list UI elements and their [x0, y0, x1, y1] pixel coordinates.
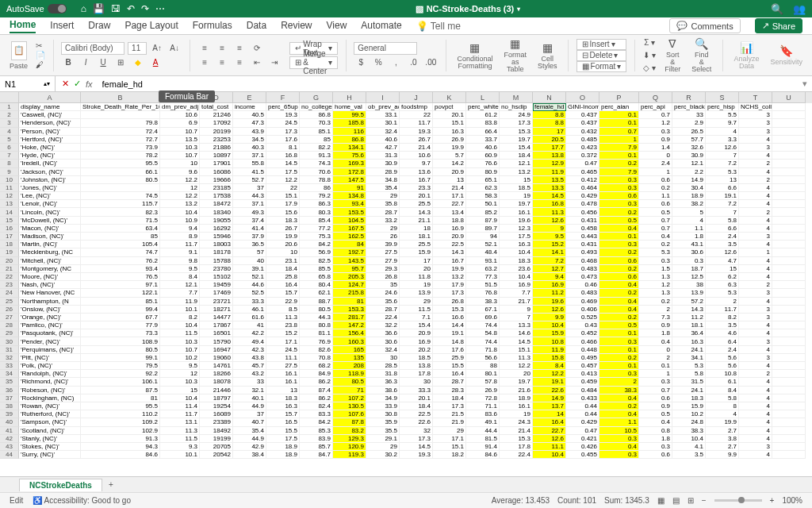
tab-view[interactable]: View [327, 20, 347, 33]
row-header[interactable]: 9 [0, 168, 19, 176]
cell[interactable]: 8.5 [266, 306, 300, 314]
cell[interactable]: 15.5 [266, 427, 300, 435]
cell[interactable]: 8 [706, 402, 739, 410]
cell[interactable]: 7.9 [599, 144, 639, 152]
cell[interactable] [772, 200, 806, 208]
cell[interactable]: 0.3 [599, 451, 639, 459]
cell[interactable]: 12.9 [533, 160, 566, 167]
cell[interactable]: 18178 [200, 248, 233, 256]
cell[interactable]: 38.3 [599, 387, 639, 394]
cell[interactable]: 22 [266, 184, 300, 192]
cell[interactable]: perc_api [639, 103, 672, 111]
cell[interactable]: 22.5 [433, 241, 466, 248]
cell[interactable]: 44.3 [300, 314, 333, 321]
cell[interactable]: 4 [739, 362, 772, 370]
cell[interactable]: 0.3 [639, 378, 672, 386]
cell[interactable] [772, 128, 806, 136]
cell[interactable]: 52.1 [233, 273, 266, 281]
cell[interactable]: 16.7 [433, 257, 466, 265]
cell[interactable]: 13.2 [500, 168, 533, 176]
cell[interactable]: 18492 [200, 427, 233, 435]
cell[interactable]: 2 [639, 354, 672, 362]
cell[interactable]: 83.2 [333, 427, 366, 435]
cell[interactable]: 38.4 [233, 451, 266, 459]
cell[interactable]: 1.2 [639, 119, 672, 127]
cell[interactable]: 3.5 [672, 451, 706, 459]
cell[interactable]: 1.8 [672, 233, 706, 241]
cell[interactable]: 71.8 [466, 346, 500, 354]
cell[interactable]: 4 [706, 410, 739, 418]
cell[interactable]: 10.3 [160, 337, 200, 345]
cell[interactable]: 13.5 [533, 176, 566, 184]
cell[interactable]: 20 [500, 370, 533, 378]
fx-icon[interactable]: fx [86, 79, 93, 89]
cell[interactable]: 1.5 [639, 265, 672, 273]
cell[interactable]: 'Robeson, (NC)' [19, 387, 81, 394]
row-header[interactable]: 21 [0, 265, 19, 273]
cell[interactable]: 41.4 [233, 225, 266, 233]
cell[interactable]: 20.2 [400, 346, 433, 354]
cell[interactable]: 'Rockingham, (NC) [19, 394, 81, 402]
cell[interactable]: 'Northampton, (N [19, 298, 81, 306]
cell[interactable]: 5.7 [433, 152, 466, 160]
cell[interactable] [772, 321, 806, 329]
cell[interactable]: 15.3 [500, 128, 533, 136]
cell[interactable]: 89.7 [466, 225, 500, 233]
cell[interactable]: 2 [639, 306, 672, 314]
cell[interactable]: 24.8 [672, 418, 706, 426]
cell[interactable]: 4 [739, 321, 772, 329]
cell[interactable]: 4 [739, 427, 772, 435]
cell[interactable]: 38.2 [672, 200, 706, 208]
cell[interactable]: 10.4 [533, 321, 566, 329]
cell[interactable]: 84.9 [300, 370, 333, 378]
cell[interactable]: 0.459 [566, 378, 599, 386]
cell[interactable]: 76.5 [81, 273, 160, 281]
cell[interactable]: 0.2 [599, 289, 639, 297]
cell[interactable]: 4 [739, 200, 772, 208]
cell[interactable]: 'Madison, (NC)' [19, 233, 81, 241]
col-header[interactable]: H [333, 92, 366, 103]
cell[interactable]: 17 [533, 128, 566, 136]
cell[interactable]: 22.5 [400, 410, 433, 418]
cell[interactable]: 'Pasquotank, (NC)' [19, 329, 81, 337]
cell[interactable]: 0.457 [566, 362, 599, 370]
cell[interactable]: 'Jackson, (NC)' [19, 168, 81, 176]
cell[interactable]: 0.1 [599, 119, 639, 127]
cell[interactable]: 80.8 [300, 321, 333, 329]
col-header[interactable]: G [300, 92, 333, 103]
save-as-icon[interactable]: 🖫 [111, 3, 121, 14]
cell[interactable]: 74.7 [81, 248, 160, 256]
cell[interactable]: 21446 [200, 387, 233, 394]
cell[interactable]: 17.3 [433, 402, 466, 410]
cell[interactable]: 7.7 [500, 289, 533, 297]
cell[interactable]: 30.1 [366, 119, 400, 127]
cell[interactable]: 15 [500, 176, 533, 184]
comma-icon[interactable]: , [389, 56, 403, 69]
cell[interactable]: 'Johnston, (NC)' [19, 176, 81, 184]
cell[interactable]: 52.5 [233, 289, 266, 297]
cell[interactable]: 8.8 [533, 119, 566, 127]
cell[interactable]: 29 [433, 427, 466, 435]
cell[interactable]: 18.5 [400, 354, 433, 362]
cell[interactable]: 0.2 [599, 160, 639, 167]
cut-icon[interactable]: ✂ [36, 41, 45, 50]
cell[interactable]: 1.2 [639, 281, 672, 289]
cell[interactable]: 55.8 [233, 160, 266, 167]
cell[interactable]: 40.6 [466, 144, 500, 152]
cell[interactable]: 120.9 [333, 443, 366, 451]
cell[interactable]: 1.3 [639, 289, 672, 297]
cell[interactable]: 'Mitchell, (NC)' [19, 257, 81, 265]
cell[interactable]: 36.3 [366, 378, 400, 386]
cell[interactable]: 15.3 [500, 435, 533, 443]
cell[interactable]: 0.452 [566, 329, 599, 337]
cell[interactable]: 0.1 [599, 346, 639, 354]
cell[interactable]: 4 [739, 402, 772, 410]
cell[interactable]: 'Lee, (NC)' [19, 192, 81, 200]
cell[interactable]: 35.6 [366, 298, 400, 306]
cell[interactable]: 85 [300, 136, 333, 144]
cell[interactable]: 82.3 [81, 208, 160, 216]
col-header[interactable]: M [500, 92, 533, 103]
row-header[interactable]: 1 [0, 103, 19, 111]
cell[interactable]: 80.1 [466, 370, 500, 378]
cell[interactable]: 18.3 [672, 394, 706, 402]
